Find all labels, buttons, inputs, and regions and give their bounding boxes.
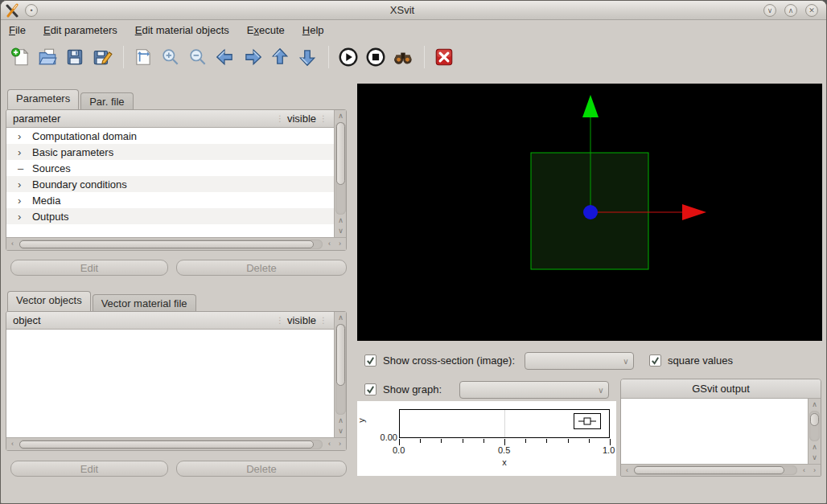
x-tick xyxy=(483,439,484,443)
scroll-up-icon[interactable]: ∧ xyxy=(335,313,346,323)
delete-parameter-button[interactable]: Delete xyxy=(176,260,347,276)
vertical-scrollbar[interactable]: ∧ ∧ ∨ xyxy=(334,312,346,437)
scroll-up-icon[interactable]: ∧ xyxy=(809,442,820,453)
horizontal-scrollbar[interactable]: ‹ ‹ › xyxy=(6,237,346,250)
menu-file[interactable]: File xyxy=(9,24,26,36)
graph-panel: y 0.00 0.0 0.5 1.0 x xyxy=(357,401,616,476)
scroll-up-icon[interactable]: ∧ xyxy=(809,400,820,410)
scroll-up-icon[interactable]: ∧ xyxy=(335,215,346,226)
run-icon[interactable] xyxy=(335,44,361,70)
tree-item-basic-parameters[interactable]: › Basic parameters xyxy=(6,144,334,160)
scroll-left-icon[interactable]: ‹ xyxy=(799,465,809,476)
tree-item-sources[interactable]: – Sources xyxy=(6,160,334,176)
expand-icon[interactable]: › xyxy=(18,211,29,222)
expand-icon[interactable]: › xyxy=(18,195,29,206)
exit-icon[interactable] xyxy=(431,44,457,70)
maximize-button[interactable]: ∧ xyxy=(784,4,797,17)
save-edit-icon[interactable] xyxy=(89,44,115,70)
graph-xlabel: x xyxy=(399,457,610,467)
scene-3d-view[interactable] xyxy=(357,84,822,341)
column-visible: visible xyxy=(287,113,316,125)
tree-item-media[interactable]: › Media xyxy=(6,192,334,208)
scrollbar-track[interactable] xyxy=(19,240,323,249)
scrollbar-thumb[interactable] xyxy=(810,413,819,426)
stop-icon[interactable] xyxy=(363,44,389,70)
x-tick xyxy=(504,439,505,445)
menu-edit-material-objects[interactable]: Edit material objects xyxy=(135,24,229,36)
scroll-right-icon[interactable]: › xyxy=(335,239,345,249)
vertical-scrollbar[interactable]: ∧ ∧ ∨ xyxy=(334,110,346,237)
cross-section-combobox[interactable]: ∨ xyxy=(525,352,634,370)
square-values-checkbox[interactable] xyxy=(649,354,661,367)
gsvit-output-text xyxy=(621,399,808,464)
close-button[interactable]: ✕ xyxy=(805,4,818,17)
zoom-in-icon[interactable] xyxy=(158,44,183,70)
scroll-down-icon[interactable]: ∨ xyxy=(335,226,346,236)
graph-xtick-label: 1.0 xyxy=(603,445,615,455)
show-graph-checkbox[interactable] xyxy=(364,383,376,395)
window-menu-button[interactable]: • xyxy=(25,4,38,17)
scrollbar-track[interactable] xyxy=(335,122,346,215)
scroll-down-icon[interactable]: ∨ xyxy=(335,426,346,436)
minimize-button[interactable]: ∨ xyxy=(763,4,776,17)
object-list xyxy=(6,330,334,437)
expand-icon[interactable]: › xyxy=(18,147,29,158)
horizontal-scrollbar[interactable]: ‹ ‹ › xyxy=(6,437,346,450)
expand-icon[interactable]: › xyxy=(18,131,29,141)
move-down-icon[interactable] xyxy=(294,44,320,70)
zoom-out-icon[interactable] xyxy=(185,44,211,70)
move-up-icon[interactable] xyxy=(267,44,293,70)
scroll-left-icon[interactable]: ‹ xyxy=(324,239,335,249)
expand-icon[interactable]: › xyxy=(18,179,29,190)
tab-par-file[interactable]: Par. file xyxy=(80,92,133,109)
save-file-icon[interactable] xyxy=(62,44,88,70)
scroll-left-icon[interactable]: ‹ xyxy=(324,439,335,449)
x-tick xyxy=(399,439,400,445)
menu-help[interactable]: Help xyxy=(302,24,324,36)
scrollbar-track[interactable] xyxy=(634,465,797,475)
object-list-panel: object ⋮ visible ⋮ ∧ ∧ ∨ ‹ ‹ › xyxy=(6,311,347,451)
scroll-right-icon[interactable]: › xyxy=(335,439,345,449)
watch-icon[interactable] xyxy=(390,44,416,70)
chevron-down-icon: ∨ xyxy=(619,357,633,366)
tree-item-boundary-conditions[interactable]: › Boundary conditions xyxy=(6,176,334,192)
scroll-up-icon[interactable]: ∧ xyxy=(335,416,346,426)
tab-vector-material-file[interactable]: Vector material file xyxy=(93,294,196,311)
delete-object-button[interactable]: Delete xyxy=(176,461,347,477)
scrollbar-thumb[interactable] xyxy=(336,324,345,386)
tree-item-outputs[interactable]: › Outputs xyxy=(6,208,334,224)
scrollbar-track[interactable] xyxy=(809,411,820,441)
scroll-down-icon[interactable]: ∨ xyxy=(809,453,820,463)
tab-vector-objects[interactable]: Vector objects xyxy=(7,291,91,311)
scrollbar-thumb[interactable] xyxy=(19,240,314,248)
menu-edit-parameters[interactable]: Edit parameters xyxy=(43,24,117,36)
scroll-left-icon[interactable]: ‹ xyxy=(7,239,18,249)
scroll-up-icon[interactable]: ∧ xyxy=(335,111,346,121)
tab-parameters[interactable]: Parameters xyxy=(7,89,79,109)
open-file-icon[interactable] xyxy=(35,44,60,70)
edit-parameter-button[interactable]: Edit xyxy=(10,260,168,276)
new-document-icon[interactable] xyxy=(7,44,33,70)
scroll-right-icon[interactable]: › xyxy=(809,465,820,476)
titlebar[interactable]: • XSvit ∨ ∧ ✕ xyxy=(1,1,826,20)
scrollbar-track[interactable] xyxy=(335,324,346,415)
graph-combobox[interactable]: ∨ xyxy=(459,381,609,399)
vertical-scrollbar[interactable]: ∧ ∧ ∨ xyxy=(808,399,821,464)
menu-execute[interactable]: Execute xyxy=(247,24,285,36)
scrollbar-thumb[interactable] xyxy=(19,440,314,449)
tree-item-computational-domain[interactable]: › Computational domain xyxy=(6,128,334,144)
scroll-left-icon[interactable]: ‹ xyxy=(622,465,632,476)
edit-object-button[interactable]: Edit xyxy=(10,461,168,477)
fit-page-icon[interactable] xyxy=(130,44,156,70)
scrollbar-track[interactable] xyxy=(19,440,323,449)
x-tick xyxy=(463,439,463,443)
parameter-tree: › Computational domain › Basic parameter… xyxy=(6,128,334,237)
move-left-icon[interactable] xyxy=(212,44,238,70)
move-right-icon[interactable] xyxy=(240,44,265,70)
column-grip: ⋮ xyxy=(276,316,284,325)
scroll-left-icon[interactable]: ‹ xyxy=(7,439,18,449)
show-cross-section-checkbox[interactable] xyxy=(364,354,376,367)
scrollbar-thumb[interactable] xyxy=(336,122,345,185)
horizontal-scrollbar[interactable]: ‹ ‹ › xyxy=(621,464,821,476)
scrollbar-thumb[interactable] xyxy=(634,466,784,474)
